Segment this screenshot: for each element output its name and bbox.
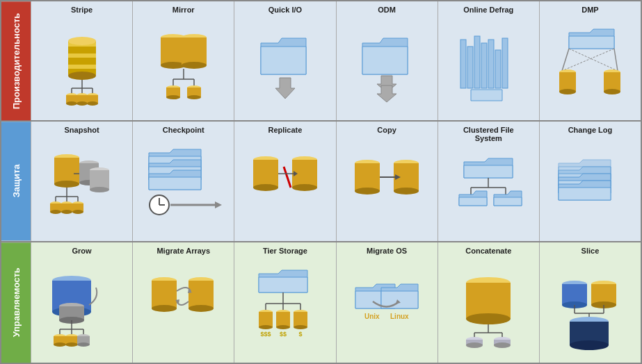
- svg-point-89: [72, 210, 83, 214]
- svg-point-181: [294, 325, 307, 329]
- cell-replicate: Replicate: [234, 122, 335, 240]
- svg-rect-47: [467, 47, 473, 88]
- row-protection: Защита Snapshot: [1, 122, 641, 242]
- title-changelog: Change Log: [568, 126, 613, 134]
- icon-concatenate: [457, 259, 520, 358]
- title-slice: Slice: [581, 247, 600, 255]
- svg-rect-4: [68, 59, 96, 63]
- cells-protection: Snapshot: [31, 122, 641, 240]
- svg-marker-127: [494, 197, 522, 206]
- svg-text:Unix: Unix: [364, 313, 380, 320]
- svg-marker-41: [275, 78, 295, 99]
- icon-defrag: [457, 18, 520, 116]
- svg-point-19: [77, 101, 88, 106]
- svg-marker-53: [471, 90, 502, 101]
- svg-point-22: [87, 101, 98, 106]
- title-defrag: Online Defrag: [463, 6, 513, 14]
- svg-point-74: [90, 187, 109, 192]
- cells-manageability: Grow: [31, 242, 641, 363]
- svg-line-59: [562, 49, 614, 71]
- cell-concatenate: Concatenate: [438, 242, 539, 363]
- svg-rect-3: [68, 53, 96, 58]
- cell-migrateos: Migrate OS Unix Linux: [336, 242, 438, 363]
- svg-rect-160: [188, 281, 214, 308]
- svg-point-62: [559, 89, 576, 94]
- svg-point-107: [292, 184, 317, 191]
- cell-changelog: Change Log: [539, 122, 641, 240]
- title-replicate: Replicate: [268, 126, 302, 134]
- svg-point-199: [466, 342, 483, 348]
- svg-marker-165: [259, 277, 307, 292]
- svg-line-57: [614, 49, 618, 71]
- title-snapshot: Snapshot: [65, 126, 99, 134]
- svg-rect-73: [90, 170, 109, 190]
- title-migrateos: Migrate OS: [367, 247, 407, 255]
- cell-mirror: Mirror: [132, 1, 234, 120]
- svg-point-28: [182, 62, 207, 69]
- title-concatenate: Concatenate: [465, 247, 511, 255]
- svg-point-152: [65, 342, 78, 347]
- svg-rect-67: [54, 158, 79, 184]
- icon-mirror: [152, 18, 215, 116]
- svg-rect-27: [182, 38, 207, 65]
- svg-point-173: [259, 325, 273, 329]
- label-protection: Защита: [1, 122, 31, 240]
- cell-quickio: Quick I/O: [234, 1, 335, 120]
- svg-point-103: [253, 184, 278, 191]
- svg-rect-5: [68, 65, 96, 69]
- title-grow: Grow: [72, 247, 92, 255]
- svg-rect-64: [604, 72, 620, 92]
- svg-line-58: [569, 49, 618, 71]
- svg-rect-2: [68, 48, 96, 52]
- title-dmp: DMP: [581, 6, 598, 14]
- svg-point-149: [54, 342, 66, 347]
- cells-productivity: Stripe: [31, 1, 641, 120]
- icon-clusteredfs: [454, 147, 523, 236]
- svg-point-16: [66, 101, 77, 106]
- icon-grow: [47, 259, 117, 358]
- svg-text:Linux: Linux: [390, 313, 409, 320]
- svg-rect-111: [355, 163, 380, 191]
- cell-tierstorage: Tier Storage: [234, 242, 335, 363]
- cell-clusteredfs: Clustered File System: [438, 122, 539, 240]
- svg-rect-46: [460, 40, 466, 88]
- svg-marker-95: [149, 177, 201, 190]
- svg-rect-49: [481, 43, 487, 88]
- icon-copy: [352, 138, 422, 236]
- svg-rect-180: [294, 312, 307, 327]
- title-clusteredfs: Clustered File System: [463, 126, 514, 142]
- icon-stripe: [51, 18, 113, 116]
- svg-point-115: [394, 188, 419, 195]
- cell-dmp: DMP: [539, 1, 641, 120]
- svg-point-177: [276, 325, 290, 329]
- svg-text:$: $: [299, 331, 303, 338]
- svg-rect-61: [559, 72, 576, 92]
- svg-point-202: [494, 342, 511, 348]
- cell-checkpoint: Checkpoint: [132, 122, 234, 240]
- svg-point-7: [68, 37, 96, 45]
- svg-marker-135: [559, 188, 611, 200]
- icon-snapshot: [47, 138, 117, 236]
- svg-marker-45: [377, 85, 396, 102]
- svg-text:$$: $$: [280, 331, 287, 338]
- icon-dmp: [555, 18, 625, 116]
- svg-point-83: [50, 210, 61, 214]
- svg-rect-176: [276, 312, 290, 327]
- svg-rect-157: [152, 281, 177, 308]
- svg-point-86: [61, 210, 72, 214]
- title-quickio: Quick I/O: [268, 6, 302, 14]
- svg-rect-51: [495, 50, 501, 88]
- svg-point-158: [152, 305, 177, 312]
- label-productivity: Производительность: [1, 1, 31, 120]
- svg-rect-102: [253, 160, 278, 188]
- title-copy: Copy: [377, 126, 396, 134]
- svg-marker-119: [464, 165, 513, 178]
- row-productivity: Производительность Stripe: [1, 1, 641, 122]
- cell-migratearrays: Migrate Arrays: [132, 242, 234, 363]
- svg-rect-50: [488, 40, 494, 88]
- row-manageability: Управляемость Grow: [1, 242, 641, 363]
- svg-point-65: [604, 89, 620, 94]
- svg-point-155: [77, 342, 90, 347]
- svg-rect-52: [502, 38, 508, 88]
- title-migratearrays: Migrate Arrays: [157, 247, 210, 255]
